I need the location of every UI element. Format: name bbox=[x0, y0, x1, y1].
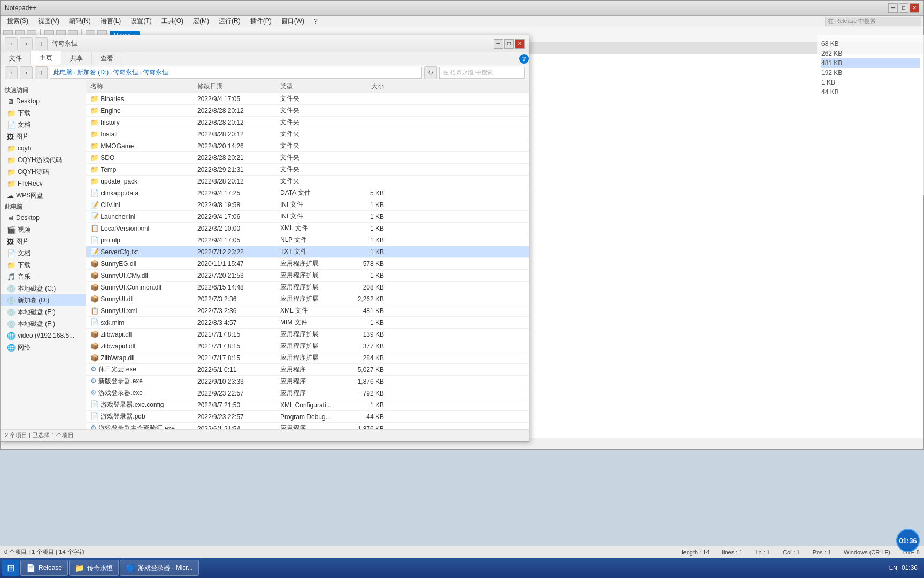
table-row[interactable]: 📁 update_pack 2022/8/28 20:12 文件夹 bbox=[86, 176, 529, 187]
file-date-cell: 2022/8/28 20:12 bbox=[193, 119, 276, 126]
start-button[interactable]: ⊞ bbox=[2, 560, 19, 576]
address-forward[interactable]: › bbox=[20, 66, 33, 79]
taskbar-item-release[interactable]: 📄 Release bbox=[20, 560, 68, 576]
col-header-size[interactable]: 大小 bbox=[345, 82, 388, 91]
sidebar-item-video-network[interactable]: 🌐 video (\\192.168.5... bbox=[1, 330, 86, 341]
table-row[interactable]: 📁 Engine 2022/8/28 20:12 文件夹 bbox=[86, 105, 529, 117]
notepadpp-maximize[interactable]: □ bbox=[899, 3, 908, 13]
sidebar-item-cqyh-code[interactable]: 📁 CQYH游戏代码 bbox=[1, 154, 86, 166]
table-row[interactable]: 📄 sxk.mim 2022/8/3 4:57 MIM 文件 1 KB bbox=[86, 317, 529, 329]
menu-macro[interactable]: 宏(M) bbox=[189, 16, 213, 27]
explorer-minimize[interactable]: ─ bbox=[494, 39, 503, 49]
sidebar-item-cqyh-src[interactable]: 📁 CQYH源码 bbox=[1, 166, 86, 178]
table-row[interactable]: 📦 SunnyUI.CMy.dll 2022/7/20 21:53 应用程序扩展… bbox=[86, 270, 529, 282]
table-row[interactable]: 📄 游戏登录器.exe.config 2022/8/7 21:50 XML Co… bbox=[86, 399, 529, 411]
col-header-date[interactable]: 修改日期 bbox=[193, 82, 276, 91]
table-row[interactable]: 📝 ServerCfg.txt 2022/7/12 23:22 TXT 文件 1… bbox=[86, 246, 529, 258]
table-row[interactable]: 📁 Binaries 2022/9/4 17:05 文件夹 bbox=[86, 93, 529, 105]
address-path[interactable]: 此电脑 › 新加卷 (D:) › 传奇永恒 › 传奇永恒 bbox=[50, 67, 422, 79]
menu-tools[interactable]: 工具(O) bbox=[157, 16, 188, 27]
table-row[interactable]: 📦 SunnyUI.Common.dll 2022/6/15 14:48 应用程… bbox=[86, 282, 529, 293]
sidebar-item-desktop[interactable]: 🖥 Desktop bbox=[1, 95, 86, 107]
table-row[interactable]: 📦 zlibwapi.dll 2021/7/17 8:15 应用程序扩展 139… bbox=[86, 329, 529, 340]
table-row[interactable]: 📦 zlibwapid.dll 2021/7/17 8:15 应用程序扩展 37… bbox=[86, 340, 529, 352]
menu-help[interactable]: ? bbox=[310, 17, 322, 26]
sidebar-item-c[interactable]: 💿 本地磁盘 (C:) bbox=[1, 283, 86, 294]
col-header-type[interactable]: 类型 bbox=[276, 82, 345, 91]
sidebar-item-wps[interactable]: ☁ WPS网盘 bbox=[1, 189, 86, 201]
npp-search-box[interactable]: 在 Release 中搜索 bbox=[825, 17, 921, 26]
menu-run[interactable]: 运行(R) bbox=[214, 16, 245, 27]
ribbon-tab-view[interactable]: 查看 bbox=[92, 52, 122, 65]
col-header-name[interactable]: 名称 bbox=[86, 82, 193, 91]
sidebar-item-pictures2[interactable]: 🖼 图片 bbox=[1, 235, 86, 247]
taskbar-item-cqyh[interactable]: 📁 传奇永恒 bbox=[69, 560, 119, 576]
menu-window[interactable]: 窗口(W) bbox=[277, 16, 309, 27]
desktop-icon: 🖥 bbox=[7, 97, 14, 105]
menu-encode[interactable]: 编码(N) bbox=[65, 16, 95, 27]
up-button[interactable]: ↑ bbox=[35, 37, 48, 50]
menu-search[interactable]: 搜索(S) bbox=[3, 16, 33, 27]
ribbon-tab-file[interactable]: 文件 bbox=[1, 52, 31, 65]
table-row[interactable]: 📄 pro.nlp 2022/9/4 17:05 NLP 文件 1 KB bbox=[86, 234, 529, 246]
breadcrumb-computer[interactable]: 此电脑 bbox=[53, 68, 73, 77]
sidebar-item-documents2[interactable]: 📄 文档 bbox=[1, 247, 86, 259]
table-row[interactable]: 📦 SunnyEG.dll 2020/11/1 15:47 应用程序扩展 578… bbox=[86, 258, 529, 270]
table-row[interactable]: 📁 Install 2022/8/28 20:12 文件夹 bbox=[86, 128, 529, 140]
table-row[interactable]: ⚙ 游戏登录器主全部验证.exe 2022/6/1 21:54 应用程序 1,8… bbox=[86, 423, 529, 429]
notepadpp-minimize[interactable]: ─ bbox=[888, 3, 898, 13]
back-button[interactable]: ‹ bbox=[5, 37, 18, 50]
table-row[interactable]: 📄 游戏登录器.pdb 2022/9/23 22:57 Program Debu… bbox=[86, 411, 529, 423]
sidebar-item-cqyh[interactable]: 📁 cqyh bbox=[1, 142, 86, 154]
table-row[interactable]: 📁 Temp 2022/8/29 21:31 文件夹 bbox=[86, 164, 529, 176]
table-row[interactable]: 📦 ZlibWrap.dll 2021/7/17 8:15 应用程序扩展 284… bbox=[86, 352, 529, 364]
table-row[interactable]: 📝 CliV.ini 2022/9/8 19:58 INI 文件 1 KB bbox=[86, 199, 529, 211]
explorer-close[interactable]: ✕ bbox=[515, 39, 525, 49]
menu-plugins[interactable]: 插件(P) bbox=[246, 16, 276, 27]
table-row[interactable]: 📁 history 2022/8/28 20:12 文件夹 bbox=[86, 117, 529, 128]
sidebar-item-d[interactable]: 💿 新加卷 (D:) bbox=[1, 294, 86, 306]
sidebar-item-this-pc-desktop[interactable]: 🖥 Desktop bbox=[1, 212, 86, 224]
menu-language[interactable]: 语言(L) bbox=[96, 16, 126, 27]
file-icon: 📝 bbox=[90, 248, 99, 256]
table-row[interactable]: ⚙ 游戏登录器.exe 2022/9/23 22:57 应用程序 792 KB bbox=[86, 387, 529, 399]
table-row[interactable]: 📝 Launcher.ini 2022/9/4 17:06 INI 文件 1 K… bbox=[86, 211, 529, 223]
file-date-cell: 2022/8/28 20:12 bbox=[193, 131, 276, 138]
sidebar-item-downloads[interactable]: 📁 下载 bbox=[1, 107, 86, 119]
sidebar-item-filerecv[interactable]: 📁 FileRecv bbox=[1, 178, 86, 189]
table-row[interactable]: ⚙ 休日光云.exe 2022/6/1 0:11 应用程序 5,027 KB bbox=[86, 364, 529, 376]
breadcrumb-cqyh[interactable]: 传奇永恒 bbox=[113, 68, 138, 77]
table-row[interactable]: 📋 SunnyUI.xml 2022/7/3 2:36 XML 文件 481 K… bbox=[86, 305, 529, 317]
help-icon[interactable]: ? bbox=[519, 54, 529, 64]
address-up[interactable]: ↑ bbox=[35, 66, 48, 79]
table-row[interactable]: 📋 LocalVersion.xml 2022/3/2 10:00 XML 文件… bbox=[86, 223, 529, 234]
table-row[interactable]: 📁 SDO 2022/8/28 20:21 文件夹 bbox=[86, 152, 529, 164]
menu-view[interactable]: 视图(V) bbox=[34, 16, 64, 27]
refresh-button[interactable]: ↻ bbox=[424, 66, 437, 79]
sidebar-item-music[interactable]: 🎵 音乐 bbox=[1, 271, 86, 283]
table-row[interactable]: 📦 SunnyUI.dll 2022/7/3 2:36 应用程序扩展 2,262… bbox=[86, 293, 529, 305]
ribbon-tab-share[interactable]: 共享 bbox=[61, 52, 92, 65]
breadcrumb-current[interactable]: 传奇永恒 bbox=[143, 68, 168, 77]
file-date-cell: 2022/7/12 23:22 bbox=[193, 248, 276, 256]
sidebar-item-e[interactable]: 💿 本地磁盘 (E:) bbox=[1, 306, 86, 318]
sidebar-item-f[interactable]: 💿 本地磁盘 (F:) bbox=[1, 318, 86, 330]
sidebar-item-downloads2[interactable]: 📁 下载 bbox=[1, 259, 86, 271]
ribbon-tab-home[interactable]: 主页 bbox=[31, 51, 61, 66]
sidebar-item-videos[interactable]: 🎬 视频 bbox=[1, 224, 86, 235]
search-box[interactable]: 在 传奇永恒 中搜索 bbox=[439, 67, 525, 79]
address-back[interactable]: ‹ bbox=[5, 66, 18, 79]
table-row[interactable]: 📄 clinkapp.data 2022/9/4 17:25 DATA 文件 5… bbox=[86, 187, 529, 199]
folder-icon: 📁 bbox=[90, 130, 99, 138]
forward-button[interactable]: › bbox=[20, 37, 33, 50]
sidebar-item-pictures[interactable]: 🖼 图片 bbox=[1, 131, 86, 142]
sidebar-item-documents[interactable]: 📄 文档 bbox=[1, 119, 86, 131]
menu-settings[interactable]: 设置(T) bbox=[126, 16, 156, 27]
table-row[interactable]: 📁 MMOGame 2022/8/20 14:26 文件夹 bbox=[86, 140, 529, 152]
explorer-maximize[interactable]: □ bbox=[504, 39, 514, 49]
taskbar-item-game[interactable]: 🔵 游戏登录器 - Micr... bbox=[120, 560, 199, 576]
notepadpp-close[interactable]: ✕ bbox=[910, 3, 919, 13]
breadcrumb-d[interactable]: 新加卷 (D:) bbox=[77, 68, 109, 77]
sidebar-item-network[interactable]: 🌐 网络 bbox=[1, 341, 86, 353]
table-row[interactable]: ⚙ 新版登录器.exe 2022/9/10 23:33 应用程序 1,876 K… bbox=[86, 376, 529, 387]
